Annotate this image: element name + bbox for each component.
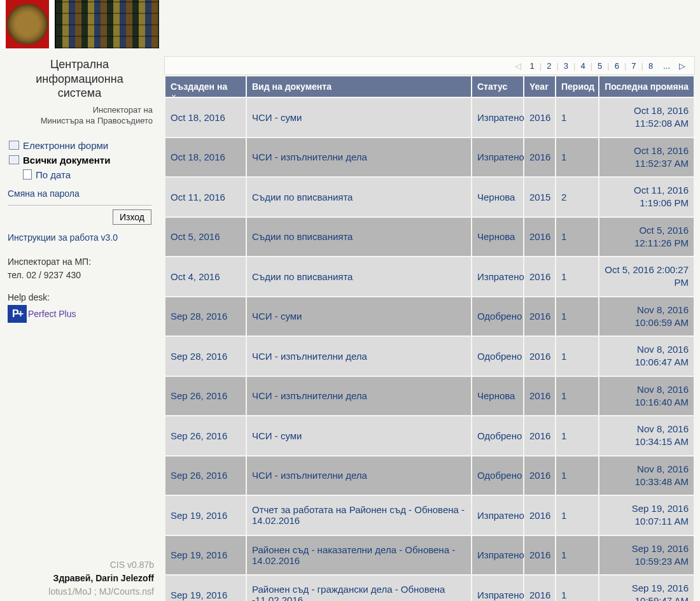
cell-year: 2016	[524, 536, 555, 575]
cell-status: Одобрено	[472, 337, 523, 376]
col-type-header[interactable]: Вид на документа	[247, 76, 471, 97]
table-row[interactable]: Sep 19, 2016Районен съд - граждански дел…	[165, 576, 694, 601]
cell-year: 2015	[524, 178, 555, 216]
pager-page[interactable]: 6	[610, 61, 624, 71]
table-row[interactable]: Oct 5, 2016Съдии по вписваниятаЧернова20…	[165, 218, 694, 257]
pager-page[interactable]: 2	[542, 61, 556, 71]
pager-current: 1	[525, 61, 540, 71]
cell-type: ЧСИ - суми	[247, 416, 471, 455]
table-row[interactable]: Sep 28, 2016ЧСИ - изпълнителни делаОдобр…	[165, 337, 694, 376]
documents-table: Създаден на ⌵ Вид на документа Статус Ye…	[164, 75, 695, 601]
table-row[interactable]: Oct 11, 2016Съдии по вписваниятаЧернова2…	[165, 178, 694, 216]
cell-period: 1	[556, 138, 598, 177]
cell-period: 1	[556, 337, 598, 376]
perfect-plus-label: Perfect Plus	[28, 309, 76, 319]
cell-created: Sep 28, 2016	[165, 297, 246, 336]
cell-period: 1	[556, 98, 598, 137]
cell-year: 2016	[524, 416, 555, 455]
table-row[interactable]: Sep 26, 2016ЧСИ - изпълнителни делаЧерно…	[165, 377, 694, 416]
table-row[interactable]: Oct 4, 2016Съдии по вписваниятаИзпратено…	[165, 257, 694, 296]
app-title-line2: информационна	[36, 73, 123, 85]
col-period-header[interactable]: Период	[556, 76, 598, 97]
cell-type: Отчет за работата на Районен съд - Обнов…	[247, 496, 471, 535]
header-images	[0, 0, 159, 48]
cell-status: Изпратено	[472, 576, 523, 601]
cell-period: 1	[556, 218, 598, 257]
cell-created: Sep 26, 2016	[165, 377, 246, 416]
cell-changed: Nov 8, 2016 10:16:40 AM	[599, 377, 694, 416]
pager-prev-icon[interactable]: ◁	[511, 61, 525, 71]
cell-period: 1	[556, 456, 598, 495]
cell-created: Oct 11, 2016	[165, 178, 246, 216]
cell-status: Одобрено	[472, 456, 523, 495]
nav-electronic-forms[interactable]: Електронни форми	[6, 138, 153, 153]
pager: ◁ 1 |2 |3 |4 |5 |6 |7 |8 ... ▷	[164, 56, 695, 75]
main-content: ◁ 1 |2 |3 |4 |5 |6 |7 |8 ... ▷ Създаден …	[159, 0, 700, 601]
cell-type: ЧСИ - изпълнителни дела	[247, 138, 471, 177]
change-password-link[interactable]: Смяна на парола	[8, 188, 151, 199]
table-row[interactable]: Oct 18, 2016ЧСИ - изпълнителни делаИзпра…	[165, 138, 694, 177]
table-row[interactable]: Sep 19, 2016Районен съд - наказателни де…	[165, 536, 694, 575]
nav-by-date[interactable]: По дата	[20, 167, 153, 182]
cell-status: Изпратено	[472, 98, 523, 137]
pager-page[interactable]: 5	[592, 61, 607, 71]
cell-changed: Nov 8, 2016 10:34:15 AM	[599, 416, 694, 455]
cell-created: Sep 19, 2016	[165, 576, 246, 601]
cell-created: Sep 26, 2016	[165, 456, 246, 495]
docs-icon	[9, 155, 19, 164]
table-row[interactable]: Sep 19, 2016Отчет за работата на Районен…	[165, 496, 694, 535]
cell-changed: Oct 5, 2016 2:00:27 PM	[599, 257, 694, 296]
cell-created: Sep 26, 2016	[165, 416, 246, 455]
cell-status: Чернова	[472, 377, 523, 416]
cell-changed: Oct 18, 2016 11:52:08 AM	[599, 98, 694, 137]
cell-status: Одобрено	[472, 416, 523, 455]
cell-type: Съдии по вписванията	[247, 218, 471, 257]
instructions-link[interactable]: Инструкции за работа v3.0	[8, 232, 151, 243]
user-greeting: Здравей, Darin Jelezoff	[5, 572, 154, 585]
table-row[interactable]: Oct 18, 2016ЧСИ - сумиИзпратено20161Oct …	[165, 98, 694, 137]
pager-page[interactable]: 4	[575, 61, 590, 71]
help-desk-label: Help desk:	[8, 292, 151, 302]
cell-status: Изпратено	[472, 496, 523, 535]
pager-page[interactable]: 8	[643, 61, 658, 71]
col-year-header[interactable]: Year	[524, 76, 555, 97]
col-changed-header[interactable]: Последна промяна	[599, 76, 694, 97]
cell-type: ЧСИ - суми	[247, 297, 471, 336]
cell-type: Съдии по вписванията	[247, 178, 471, 216]
perfect-plus-link[interactable]: P+ Perfect Plus	[8, 305, 151, 323]
col-status-header[interactable]: Статус	[472, 76, 523, 97]
nav-all-documents[interactable]: Всички документи	[6, 153, 153, 167]
sidebar: Централна информационна система Инспекто…	[0, 0, 159, 601]
cell-type: Районен съд - граждански дела - Обновена…	[247, 576, 471, 601]
cell-period: 1	[556, 297, 598, 336]
cell-status: Чернова	[472, 178, 523, 216]
cell-year: 2016	[524, 496, 555, 535]
cell-year: 2016	[524, 257, 555, 296]
cell-status: Чернова	[472, 218, 523, 257]
cell-type: ЧСИ - суми	[247, 98, 471, 137]
pager-page[interactable]: 3	[559, 61, 573, 71]
table-row[interactable]: Sep 26, 2016ЧСИ - изпълнителни делаОдобр…	[165, 456, 694, 495]
cell-year: 2016	[524, 456, 555, 495]
cell-year: 2016	[524, 576, 555, 601]
cell-changed: Nov 8, 2016 10:06:47 AM	[599, 337, 694, 376]
cell-period: 1	[556, 416, 598, 455]
table-row[interactable]: Sep 26, 2016ЧСИ - сумиОдобрено20161Nov 8…	[165, 416, 694, 455]
cell-type: Районен съд - наказателни дела - Обновен…	[247, 536, 471, 575]
cell-year: 2016	[524, 138, 555, 177]
sort-indicator-icon: ⌵	[172, 91, 176, 98]
cell-status: Изпратено	[472, 257, 523, 296]
cell-year: 2016	[524, 218, 555, 257]
table-row[interactable]: Sep 28, 2016ЧСИ - сумиОдобрено20161Nov 8…	[165, 297, 694, 336]
inspectorate-contact: Инспекторат на МП: тел. 02 / 9237 430	[8, 255, 151, 282]
cell-year: 2016	[524, 297, 555, 336]
col-created-header[interactable]: Създаден на ⌵	[165, 76, 246, 97]
cell-changed: Sep 19, 2016 10:07:11 AM	[599, 496, 694, 535]
cell-created: Sep 28, 2016	[165, 337, 246, 376]
pager-next-icon[interactable]: ▷	[675, 61, 689, 71]
cell-type: ЧСИ - изпълнителни дела	[247, 456, 471, 495]
stained-glass-image	[55, 0, 159, 48]
pager-page[interactable]: 7	[626, 61, 641, 71]
logout-button[interactable]: Изход	[113, 209, 151, 225]
cell-type: ЧСИ - изпълнителни дела	[247, 337, 471, 376]
